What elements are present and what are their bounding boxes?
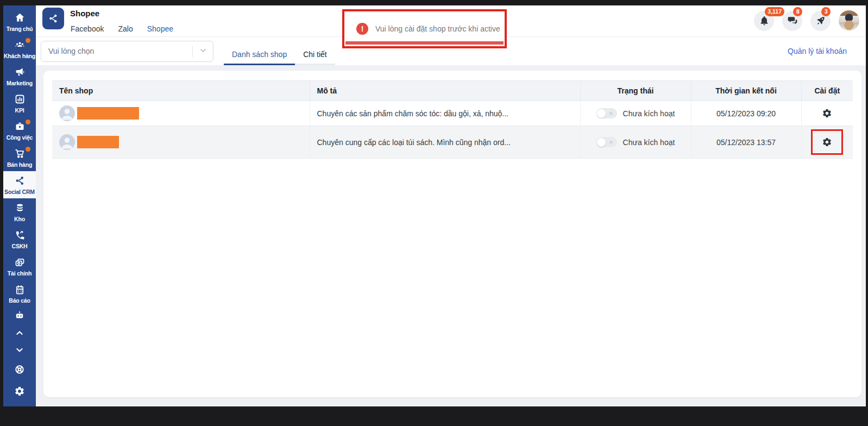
sidebar-item-cskh[interactable]: CSKH [3, 226, 36, 253]
column-cai-dat: Cài đặt [801, 81, 853, 101]
chevron-up-icon[interactable] [3, 324, 36, 341]
shop-table: Tên shop Mô tả Trạng thái Thời gian kết … [52, 80, 853, 159]
social-crm-module-button[interactable] [42, 8, 64, 29]
select-divider [192, 46, 193, 57]
status-label: Chưa kích hoạt [623, 109, 675, 118]
shop-select-placeholder: Vui lòng chọn [48, 47, 94, 55]
shop-select[interactable]: Vui lòng chọn [41, 41, 213, 62]
sidebar-item-label: Trang chủ [7, 26, 33, 32]
annotation-box-gear [811, 129, 843, 155]
megaphone-icon [14, 66, 26, 78]
main-area: Shopee Facebook Zalo Shopee 3,117 [36, 5, 866, 406]
notifications-badge: 3,117 [765, 7, 784, 16]
toast-progress-bar [345, 41, 504, 45]
finance-icon [14, 256, 26, 268]
table-row: Chuyên cung cấp các loại túi sách. Mình … [52, 126, 853, 159]
tab-shopee[interactable]: Shopee [140, 22, 180, 39]
briefcase-icon [14, 121, 26, 133]
notification-dot [26, 147, 30, 152]
help-lifebuoy-icon[interactable] [3, 359, 36, 380]
sidebar-item-label: Kho [14, 216, 25, 222]
chevron-down-icon [199, 46, 207, 57]
shop-list-card: Tên shop Mô tả Trạng thái Thời gian kết … [43, 71, 861, 397]
activate-toggle-off[interactable] [596, 108, 617, 118]
column-thoi-gian: Thời gian kết nối [691, 81, 801, 101]
report-icon [14, 284, 26, 296]
sidebar-item-khach-hang[interactable]: Khách hàng [3, 35, 36, 62]
connected-time: 05/12/2023 13:57 [691, 126, 801, 159]
tab-chi-tiet[interactable]: Chi tiết [295, 43, 335, 65]
app-window: Trang chủ Khách hàng Marketing KPI [3, 5, 866, 406]
shop-avatar-placeholder [59, 134, 75, 150]
sidebar-item-marketing[interactable]: Marketing [3, 62, 36, 90]
sidebar-item-trang-chu[interactable]: Trang chủ [3, 8, 36, 35]
manage-account-link[interactable]: Quản lý tài khoản [788, 47, 847, 55]
sidebar-item-tai-chinh[interactable]: Tài chính [3, 253, 36, 280]
redacted-shop-name [77, 136, 119, 148]
sidebar-item-kpi[interactable]: KPI [3, 90, 36, 117]
column-trang-thai: Trạng thái [580, 81, 691, 101]
shop-description: Chuyên cung cấp các loại túi sách. Mình … [310, 126, 580, 159]
sidebar-item-bao-cao[interactable]: Báo cáo [3, 280, 36, 308]
sidebar-item-ban-hang[interactable]: Bán hàng [3, 144, 36, 171]
home-icon [14, 12, 26, 24]
sidebar-item-label: KPI [15, 107, 24, 114]
status-label: Chưa kích hoạt [623, 138, 675, 147]
phone-icon [14, 229, 26, 241]
table-row: Chuyên các sản phẩm chăm sóc tóc: dầu gộ… [52, 101, 853, 126]
sidebar-item-label: CSKH [12, 243, 28, 249]
user-avatar[interactable] [839, 10, 859, 31]
sidebar-item-label: Bán hàng [7, 161, 32, 168]
sidebar: Trang chủ Khách hàng Marketing KPI [3, 5, 36, 406]
messages-button[interactable]: 8 [782, 11, 802, 31]
alert-exclamation-icon: ! [356, 23, 368, 35]
notification-dot [26, 120, 30, 124]
sidebar-item-social-crm[interactable]: Social CRM [3, 171, 36, 198]
screenshot-stage: Trang chủ Khách hàng Marketing KPI [0, 0, 868, 426]
sidebar-item-label: Khách hàng [4, 53, 35, 59]
status-cell: Chưa kích hoạt [588, 108, 684, 118]
sidebar-item-label: Tài chính [8, 270, 32, 277]
page-title: Shopee [70, 9, 99, 18]
sidebar-item-cong-viec[interactable]: Công việc [3, 117, 36, 144]
notification-dot [26, 38, 30, 43]
tab-danh-sach-shop[interactable]: Danh sách shop [224, 43, 295, 65]
sidebar-item-label: Báo cáo [9, 297, 30, 304]
kpi-chart-icon [14, 93, 26, 105]
annotation-box-toast: ! Vui lòng cài đặt shop trước khi active [342, 9, 507, 48]
settings-gear-icon[interactable] [3, 380, 36, 402]
sidebar-item-label: Social CRM [4, 189, 35, 195]
row-settings-gear-icon[interactable] [822, 108, 832, 118]
workspace-icon[interactable] [3, 308, 36, 324]
share-icon [48, 13, 59, 24]
table-header-row: Tên shop Mô tả Trạng thái Thời gian kết … [52, 81, 853, 101]
chat-bubbles-icon [787, 15, 798, 26]
messages-badge: 8 [793, 7, 802, 16]
connected-time: 05/12/2023 09:20 [691, 101, 801, 126]
row-settings-gear-icon[interactable] [822, 137, 832, 147]
bell-icon [759, 15, 770, 26]
chevron-down-icon[interactable] [3, 342, 36, 359]
rocket-icon [815, 15, 826, 26]
quick-start-badge: 3 [821, 7, 831, 16]
share-icon [14, 175, 26, 187]
shop-view-tabs: Danh sách shop Chi tiết [224, 43, 335, 65]
notifications-button[interactable]: 3,117 [754, 11, 774, 31]
column-ten-shop: Tên shop [52, 81, 310, 101]
tab-zalo[interactable]: Zalo [111, 22, 140, 39]
column-mo-ta: Mô tả [310, 81, 580, 101]
activate-toggle-off[interactable] [596, 137, 617, 147]
warehouse-icon [14, 202, 26, 214]
redacted-shop-name [77, 107, 139, 120]
quick-start-button[interactable]: 3 [810, 11, 831, 31]
shop-name-cell [59, 134, 303, 150]
header-actions: 3,117 8 3 [754, 10, 859, 31]
sidebar-item-label: Marketing [7, 80, 33, 86]
toast-message: Vui lòng cài đặt shop trước khi active [375, 24, 500, 33]
shop-description: Chuyên các sản phẩm chăm sóc tóc: dầu gộ… [310, 101, 580, 126]
shop-name-cell [59, 105, 303, 121]
tab-facebook[interactable]: Facebook [64, 22, 111, 39]
error-toast: ! Vui lòng cài đặt shop trước khi active [344, 11, 505, 46]
sidebar-item-kho[interactable]: Kho [3, 198, 36, 225]
channel-tabs: Facebook Zalo Shopee [64, 22, 180, 39]
